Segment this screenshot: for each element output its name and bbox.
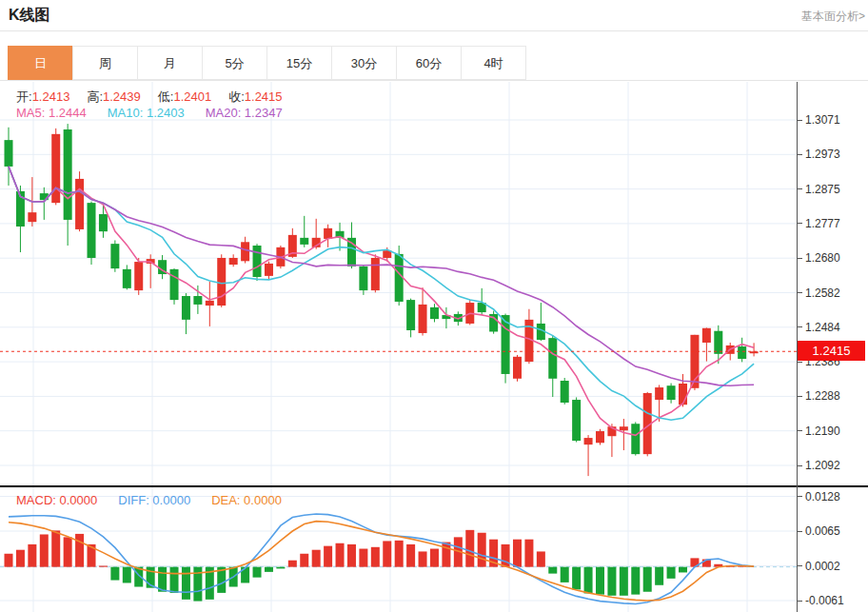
tab-30分[interactable]: 30分 xyxy=(331,46,397,80)
y-axis-label: -0.0061 xyxy=(798,593,844,608)
fundamental-analysis-link[interactable]: 基本面分析> xyxy=(801,9,865,25)
macd-bar xyxy=(265,567,273,572)
macd-bar xyxy=(359,549,367,567)
macd-value-legend: MACD: 0.0000 xyxy=(16,493,97,507)
title-divider xyxy=(0,30,868,31)
tab-60分[interactable]: 60分 xyxy=(396,46,462,80)
candle-body xyxy=(395,254,404,302)
ma5-line xyxy=(9,167,754,435)
period-tab-bar: 日周月5分15分30分60分4时 xyxy=(8,46,526,80)
candle-body xyxy=(134,262,143,290)
macd-bar xyxy=(16,550,25,567)
candle-body xyxy=(300,238,308,245)
macd-bar xyxy=(667,567,676,579)
macd-bar xyxy=(430,549,439,567)
diff-value-legend: DIFF: 0.0000 xyxy=(118,493,190,507)
candle-body xyxy=(51,134,60,203)
candle-body xyxy=(241,242,249,261)
candle-body xyxy=(110,244,119,268)
macd-bar xyxy=(548,567,557,574)
macd-bar xyxy=(561,567,569,582)
candle-body xyxy=(679,384,687,405)
macd-bar xyxy=(324,546,332,567)
candle-body xyxy=(371,258,380,290)
y-axis-label: 0.0128 xyxy=(798,489,840,504)
candle-body xyxy=(324,228,332,239)
candle-body xyxy=(206,301,214,306)
candle-body xyxy=(596,431,604,443)
candle-body xyxy=(265,264,273,276)
candle-body xyxy=(359,267,367,290)
macd-bar xyxy=(465,530,474,567)
macd-bar xyxy=(123,567,131,583)
tabbar-divider xyxy=(0,80,868,81)
y-axis-label: 1.2582 xyxy=(798,286,840,301)
macd-bar xyxy=(419,551,427,566)
candle-body xyxy=(513,357,522,379)
candle-body xyxy=(28,212,36,222)
y-axis-label: 1.2973 xyxy=(798,147,840,162)
y-axis-label: 0.0002 xyxy=(798,559,840,574)
high-label: 高: xyxy=(87,89,103,104)
candlestick-svg xyxy=(0,82,797,486)
macd-bar xyxy=(5,554,13,567)
tab-周[interactable]: 周 xyxy=(72,46,138,80)
tab-4时[interactable]: 4时 xyxy=(461,46,526,80)
candle-body xyxy=(584,438,593,444)
diff-line xyxy=(9,514,754,604)
macd-bar xyxy=(643,567,652,592)
candle-body xyxy=(253,246,262,277)
tab-15分[interactable]: 15分 xyxy=(266,46,332,80)
candle-body xyxy=(548,338,557,379)
candle-body xyxy=(406,300,415,330)
macd-bar xyxy=(170,567,179,593)
tab-月[interactable]: 月 xyxy=(137,46,203,80)
macd-bar xyxy=(572,567,581,590)
candlestick-chart[interactable] xyxy=(0,82,797,486)
candle-body xyxy=(99,214,108,231)
macd-bar xyxy=(655,567,663,585)
macd-bar xyxy=(584,567,593,594)
y-axis-label: 1.2777 xyxy=(798,216,840,231)
candle-body xyxy=(217,258,226,306)
candles-group xyxy=(5,124,759,476)
macd-bar xyxy=(406,544,415,567)
y-axis-label: 1.2288 xyxy=(798,388,840,404)
macd-bar xyxy=(253,567,262,578)
candle-body xyxy=(5,140,13,167)
macd-bar xyxy=(336,543,345,567)
ma10-line xyxy=(9,167,754,420)
ma-legend: MA5: 1.2444MA10: 1.2403MA20: 1.2347 xyxy=(16,106,304,120)
close-value: 1.2415 xyxy=(245,89,283,104)
y-axis-label: 1.2484 xyxy=(798,320,840,335)
page-title: K线图 xyxy=(9,6,50,26)
y-axis-label: 1.2680 xyxy=(798,250,840,266)
candle-body xyxy=(655,387,663,400)
macd-bar xyxy=(99,566,108,567)
ma5-legend: MA5: 1.2444 xyxy=(16,106,87,120)
y-axis-label: 0.0065 xyxy=(798,523,840,539)
candle-body xyxy=(419,305,427,333)
panel-divider xyxy=(0,485,868,487)
macd-bar xyxy=(371,547,380,567)
candle-body xyxy=(170,269,179,300)
tab-日[interactable]: 日 xyxy=(8,46,73,80)
candle-body xyxy=(229,258,238,265)
macd-bar xyxy=(395,541,404,567)
current-price-badge: 1.2415 xyxy=(798,341,865,361)
low-label: 低: xyxy=(158,89,174,104)
low-value: 1.2401 xyxy=(173,89,211,104)
candle-body xyxy=(702,328,711,343)
macd-bar xyxy=(276,567,285,569)
macd-bar xyxy=(513,540,522,567)
y-axis-label: 1.3071 xyxy=(798,112,840,128)
candle-body xyxy=(572,400,581,441)
macd-bar xyxy=(182,567,190,600)
candle-body xyxy=(620,426,628,430)
tab-5分[interactable]: 5分 xyxy=(202,46,267,80)
macd-bar xyxy=(442,543,450,567)
y-axis-label: 1.2190 xyxy=(798,424,840,439)
ma10-legend: MA10: 1.2403 xyxy=(108,106,185,120)
candle-body xyxy=(193,296,202,305)
candle-body xyxy=(561,381,569,403)
